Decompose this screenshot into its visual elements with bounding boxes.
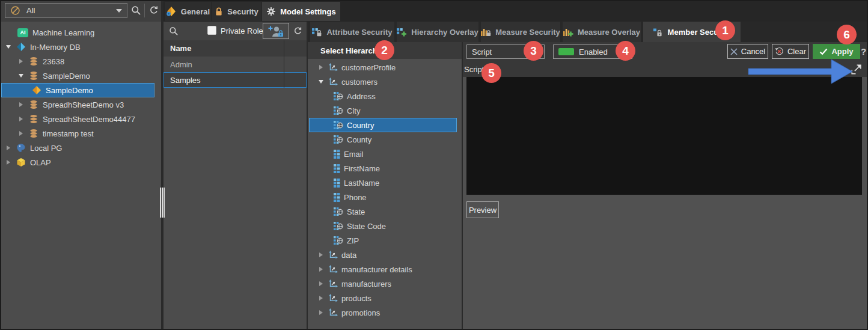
postgresql-icon [16, 143, 26, 153]
expander-collapsed[interactable] [5, 160, 12, 165]
hier-item-manufacturer-details[interactable]: manufacturer details [308, 262, 462, 277]
database-icon [29, 100, 38, 109]
hier-item-label: customers [341, 78, 377, 87]
roles-row-samples-selected[interactable]: Samples [164, 72, 307, 88]
expander-collapsed[interactable] [317, 296, 325, 301]
tree-item-sampledemo-cube-selected[interactable]: SampleDemo [1, 83, 154, 97]
category-filter-value: All [26, 6, 110, 15]
hier-item-firstname[interactable]: FirstName [308, 161, 462, 176]
roles-column-divider [284, 40, 284, 88]
tree-item-local-pg[interactable]: Local PG [0, 141, 161, 155]
in-memory-db-icon [16, 42, 26, 52]
expander-collapsed[interactable] [317, 252, 325, 257]
roles-search-icon[interactable] [169, 26, 178, 35]
close-icon [730, 48, 738, 55]
hier-item-phone[interactable]: Phone [308, 190, 462, 204]
hier-item-customers[interactable]: customers [308, 75, 462, 89]
ai-model-icon: AI [17, 28, 28, 37]
attribute-security-icon [312, 28, 322, 37]
expander-collapsed[interactable] [17, 59, 25, 64]
expander-expanded[interactable] [17, 74, 25, 78]
hier-item-lastname[interactable]: LastName [308, 176, 462, 190]
tree-item-machine-learning[interactable]: AI Machine Learning [0, 25, 161, 40]
lock-icon [215, 7, 223, 16]
button-label: Clear [787, 47, 806, 56]
category-filter-dropdown[interactable]: All [5, 3, 127, 18]
hier-item-city[interactable]: City [308, 103, 462, 118]
hier-item-manufacturers[interactable]: manufacturers [308, 277, 462, 291]
explorer-search-icon[interactable] [131, 5, 141, 15]
help-button[interactable]: ? [861, 46, 866, 57]
database-icon [29, 71, 38, 81]
tree-item-olap[interactable]: OLAP [0, 155, 161, 170]
expander-collapsed[interactable] [17, 117, 25, 121]
hier-item-zip[interactable]: ZIP [308, 233, 462, 248]
checkmark-icon [819, 48, 828, 55]
hier-item-label: Phone [344, 193, 367, 202]
hier-item-products[interactable]: products [308, 291, 462, 305]
tab-measure-overlay[interactable]: Measure Overlay [563, 22, 641, 42]
tree-item-23638[interactable]: 23638 [0, 54, 161, 69]
geo-level-icon [334, 92, 343, 101]
callout-number: 3 [530, 44, 537, 58]
hier-item-country-selected[interactable]: Country [309, 118, 457, 132]
script-editor[interactable] [466, 77, 862, 195]
geo-level-icon [334, 207, 343, 216]
explorer-scrollbar-thumb[interactable] [160, 188, 165, 218]
cube-icon [32, 85, 41, 95]
cancel-button[interactable]: Cancel [727, 44, 768, 59]
hier-item-address[interactable]: Address [308, 89, 462, 103]
hier-item-label: Email [344, 150, 364, 159]
hier-item-county[interactable]: County [308, 132, 462, 147]
hierarchy-icon [328, 251, 338, 259]
hier-item-customerprofile[interactable]: customerProfile [308, 60, 462, 75]
hier-item-label: products [341, 294, 371, 303]
tab-label: General [181, 7, 210, 16]
tree-item-spreadsheetdemo44477[interactable]: SpreadhSheetDemo44477 [0, 112, 161, 126]
expander-collapsed[interactable] [317, 310, 325, 315]
tab-general[interactable]: General [165, 2, 211, 21]
column-header-name[interactable]: Name [170, 44, 191, 53]
expander-collapsed[interactable] [317, 65, 325, 70]
hier-item-label: FirstName [344, 164, 380, 173]
hier-item-label: Country [347, 121, 374, 130]
hierarchy-icon [328, 294, 338, 302]
hier-item-email[interactable]: Email [308, 147, 462, 161]
private-roles-checkbox[interactable] [207, 26, 216, 35]
expander-collapsed[interactable] [317, 281, 325, 286]
hier-item-promotions[interactable]: promotions [308, 305, 462, 320]
add-role-button[interactable] [263, 23, 289, 39]
tab-hierarchy-overlay[interactable]: Hierarchy Overlay [397, 22, 478, 42]
hier-item-state[interactable]: State [308, 204, 462, 219]
tree-item-in-memory-db[interactable]: In-Memory DB [0, 40, 161, 54]
expander-expanded[interactable] [5, 45, 12, 49]
tab-security[interactable]: Security [212, 2, 261, 21]
clear-button[interactable]: Clear [772, 44, 809, 59]
hier-item-label: promotions [341, 308, 380, 317]
hierarchy-icon [328, 78, 338, 86]
tab-model-settings[interactable]: Model Settings [262, 2, 340, 21]
callout-number: 1 [722, 24, 729, 37]
roles-refresh-icon[interactable] [293, 26, 302, 35]
roles-row-admin[interactable]: Admin [164, 57, 307, 72]
tab-measure-security[interactable]: Measure Security [481, 22, 560, 42]
tree-item-spreadsheetdemo-v3[interactable]: SpreadhSheetDemo v3 [0, 97, 161, 112]
tree-item-timestamp-test[interactable]: timestamp test [0, 126, 161, 141]
tree-item-sampledemo-db[interactable]: SampleDemo [0, 69, 161, 83]
preview-button[interactable]: Preview [466, 201, 499, 218]
enabled-label: Enabled [579, 47, 608, 57]
expander-expanded[interactable] [317, 80, 325, 84]
tab-attribute-security[interactable]: Attribute Security [310, 22, 394, 42]
select-hierarchy-title: Select Hierarchy [320, 46, 382, 55]
hier-item-state-code[interactable]: State Code [308, 219, 462, 233]
expander-collapsed[interactable] [5, 145, 12, 150]
explorer-refresh-icon[interactable] [149, 5, 159, 15]
enabled-toggle-on[interactable] [558, 48, 574, 55]
role-name: Samples [170, 76, 201, 85]
apply-button[interactable]: Apply [813, 44, 860, 59]
tab-label: Security [227, 7, 258, 16]
expander-collapsed[interactable] [17, 102, 25, 107]
expander-collapsed[interactable] [317, 267, 325, 272]
hier-item-data[interactable]: data [308, 248, 462, 262]
expander-collapsed[interactable] [17, 131, 25, 136]
